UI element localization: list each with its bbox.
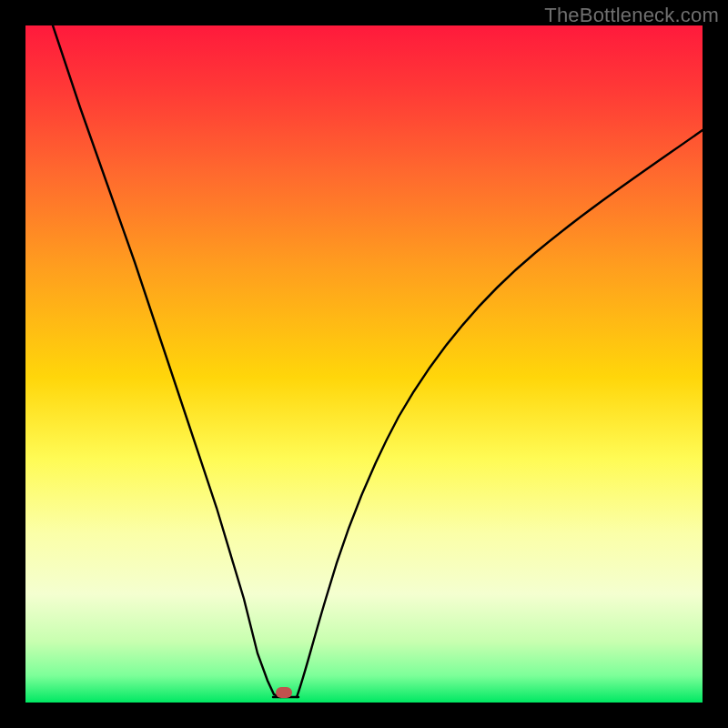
watermark-text: TheBottleneck.com [544,4,719,27]
curve-right-branch [297,130,703,697]
curve-svg [25,25,703,703]
curve-left-branch [53,25,280,697]
plot-area [25,25,703,703]
optimal-marker [276,687,292,698]
